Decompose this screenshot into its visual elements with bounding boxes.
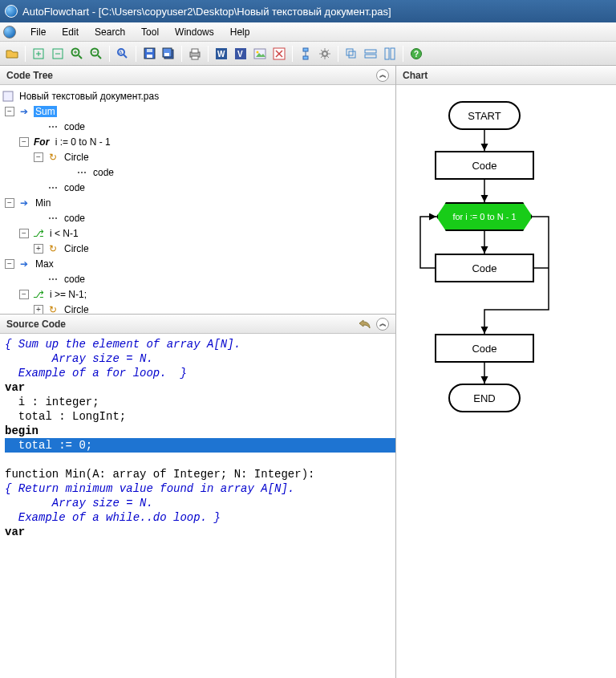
svg-line-6 bbox=[79, 55, 82, 59]
tree-item-circle[interactable]: −↻Circle bbox=[2, 149, 394, 164]
save-button[interactable] bbox=[140, 45, 158, 63]
document-icon bbox=[3, 26, 16, 39]
titlebar: AutoFlowchart - [C:\Users\copyuser2\Desk… bbox=[0, 0, 616, 22]
layout-tile-h-button[interactable] bbox=[362, 45, 379, 63]
svg-point-34 bbox=[322, 51, 327, 56]
menu-file[interactable]: File bbox=[22, 24, 54, 40]
code-tree-header: Code Tree ︽ bbox=[0, 66, 395, 85]
plus-icon[interactable]: + bbox=[34, 305, 43, 315]
export-word-button[interactable]: W bbox=[213, 45, 230, 63]
export-svg-button[interactable] bbox=[270, 45, 288, 63]
svg-text:V: V bbox=[237, 50, 243, 59]
svg-rect-35 bbox=[346, 49, 353, 55]
export-image-button[interactable] bbox=[251, 45, 269, 63]
arrow-icon: ➔ bbox=[18, 197, 30, 209]
tree-item-for[interactable]: −For i := 0 to N - 1 bbox=[2, 134, 394, 149]
tree-item-min[interactable]: −➔Min bbox=[2, 195, 394, 210]
export-visio-button[interactable]: V bbox=[232, 45, 249, 63]
settings-button[interactable] bbox=[316, 45, 334, 63]
tree-item-sum[interactable]: −➔Sum bbox=[2, 104, 394, 119]
separator bbox=[403, 46, 403, 62]
expand-all-button[interactable] bbox=[30, 45, 47, 63]
collapse-icon[interactable]: ︽ bbox=[376, 318, 389, 331]
fc-end[interactable]: END bbox=[448, 384, 521, 412]
flowchart-button[interactable] bbox=[297, 45, 314, 63]
svg-rect-17 bbox=[147, 49, 152, 52]
zoom-in-button[interactable] bbox=[68, 45, 86, 63]
find-button[interactable]: A bbox=[114, 45, 132, 63]
minus-icon[interactable]: − bbox=[5, 259, 14, 269]
svg-rect-40 bbox=[391, 48, 395, 59]
tree-item-code[interactable]: ⋯code bbox=[2, 271, 394, 286]
tree-item-code[interactable]: ⋯code bbox=[2, 180, 394, 195]
menu-help[interactable]: Help bbox=[222, 24, 258, 40]
tree-item-code[interactable]: ⋯code bbox=[2, 164, 394, 180]
tree-item-igen[interactable]: −⎇i >= N-1; bbox=[2, 286, 394, 302]
branch-icon: ⎇ bbox=[32, 289, 45, 300]
tree-item-circle[interactable]: +↻Circle bbox=[2, 302, 394, 315]
svg-rect-16 bbox=[147, 55, 152, 58]
tree-item-iltn[interactable]: −⎇i < N-1 bbox=[2, 225, 394, 241]
source-code-title: Source Code bbox=[6, 319, 66, 330]
menu-edit[interactable]: Edit bbox=[54, 24, 87, 40]
fc-code3[interactable]: Code bbox=[435, 334, 534, 363]
separator bbox=[338, 46, 338, 62]
flowchart: START Code for i := 0 to N - 1 Code Code… bbox=[396, 85, 616, 109]
collapse-all-button[interactable] bbox=[49, 45, 67, 63]
chart-header: Chart bbox=[396, 66, 616, 85]
svg-text:A: A bbox=[119, 50, 123, 55]
tree-item-code[interactable]: ⋯code bbox=[2, 210, 394, 225]
source-code-panel: Source Code ︽ { Sum up the element of ar… bbox=[0, 315, 395, 678]
print-button[interactable] bbox=[186, 45, 204, 63]
tree-item-code[interactable]: ⋯code bbox=[2, 119, 394, 134]
tree-root[interactable]: Новый текстовый документ.pas bbox=[2, 88, 394, 104]
fc-loop[interactable]: for i := 0 to N - 1 bbox=[436, 202, 533, 231]
tree-item-circle[interactable]: +↻Circle bbox=[2, 241, 394, 256]
minus-icon[interactable]: − bbox=[5, 107, 14, 116]
menu-search[interactable]: Search bbox=[87, 24, 133, 40]
loop-icon: ↻ bbox=[47, 152, 59, 163]
minus-icon[interactable]: − bbox=[19, 229, 29, 238]
code-tree-panel: Code Tree ︽ Новый текстовый документ.pas… bbox=[0, 66, 395, 315]
file-icon bbox=[2, 91, 14, 102]
code-icon: ⋯ bbox=[47, 213, 59, 224]
arrow-icon: ➔ bbox=[18, 106, 30, 117]
plus-icon[interactable]: + bbox=[34, 244, 43, 254]
open-button[interactable] bbox=[3, 45, 21, 63]
menu-tool[interactable]: Tool bbox=[133, 24, 167, 40]
window-title: AutoFlowchart - [C:\Users\copyuser2\Desk… bbox=[22, 6, 391, 18]
right-pane: Chart START Code for i := 0 to N - 1 Cod… bbox=[396, 66, 616, 678]
layout-tile-v-button[interactable] bbox=[381, 45, 399, 63]
code-editor[interactable]: { Sum up the element of array A[N]. Arra… bbox=[0, 334, 395, 678]
code-icon: ⋯ bbox=[75, 167, 88, 178]
menu-windows[interactable]: Windows bbox=[167, 24, 222, 40]
help-button[interactable]: ? bbox=[407, 45, 425, 63]
zoom-out-button[interactable] bbox=[87, 45, 105, 63]
tree-item-max[interactable]: −➔Max bbox=[2, 256, 394, 271]
svg-text:W: W bbox=[217, 50, 225, 59]
code-icon: ⋯ bbox=[47, 274, 59, 285]
chart-canvas[interactable]: START Code for i := 0 to N - 1 Code Code… bbox=[396, 85, 616, 678]
undo-icon[interactable] bbox=[359, 318, 371, 331]
svg-text:?: ? bbox=[414, 50, 419, 59]
collapse-icon[interactable]: ︽ bbox=[376, 69, 389, 82]
code-tree-title: Code Tree bbox=[6, 70, 53, 81]
minus-icon[interactable]: − bbox=[19, 137, 29, 147]
svg-rect-37 bbox=[365, 50, 376, 53]
layout-cascade-button[interactable] bbox=[342, 45, 360, 63]
save-all-button[interactable] bbox=[160, 45, 177, 63]
tree[interactable]: Новый текстовый документ.pas −➔Sum ⋯code… bbox=[0, 85, 395, 315]
fc-start[interactable]: START bbox=[448, 101, 521, 130]
minus-icon[interactable]: − bbox=[34, 152, 43, 162]
fc-code2[interactable]: Code bbox=[435, 254, 534, 282]
code-icon: ⋯ bbox=[47, 121, 59, 132]
svg-rect-20 bbox=[164, 53, 169, 56]
separator bbox=[181, 46, 182, 62]
minus-icon[interactable]: − bbox=[19, 290, 29, 299]
minus-icon[interactable]: − bbox=[5, 198, 14, 208]
svg-rect-39 bbox=[385, 48, 389, 59]
fc-code1[interactable]: Code bbox=[435, 151, 534, 180]
app-icon bbox=[5, 5, 18, 18]
loop-icon: ↻ bbox=[47, 243, 59, 254]
menubar: File Edit Search Tool Windows Help bbox=[0, 22, 616, 42]
